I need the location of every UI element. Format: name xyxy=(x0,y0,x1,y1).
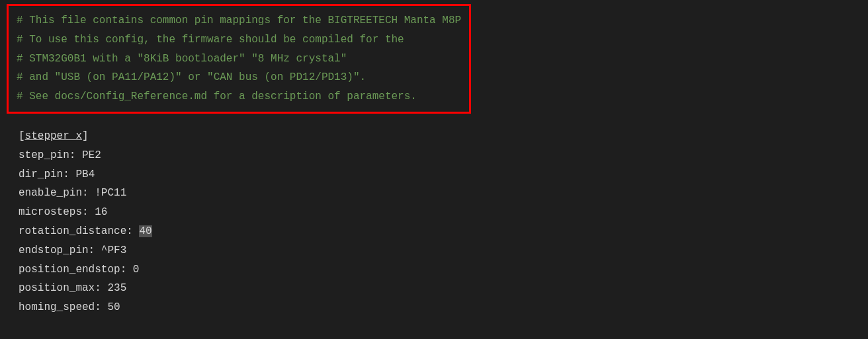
config-value: ^PF3 xyxy=(101,245,126,256)
config-key: rotation_distance: xyxy=(19,225,139,237)
highlighted-comment-block: # This file contains common pin mappings… xyxy=(7,4,471,114)
config-line: position_max: 235 xyxy=(19,279,868,298)
config-key: dir_pin: xyxy=(19,169,75,180)
config-key: homing_speed: xyxy=(19,301,107,313)
config-key: position_max: xyxy=(19,282,107,294)
config-line: step_pin: PE2 xyxy=(19,146,868,165)
config-value: 50 xyxy=(107,301,120,313)
config-value: PE2 xyxy=(82,149,101,161)
config-value-highlighted: 40 xyxy=(139,225,152,237)
bracket-close: ] xyxy=(82,130,89,142)
config-key: enable_pin: xyxy=(19,187,95,199)
config-line: dir_pin: PB4 xyxy=(19,165,868,184)
config-value: PB4 xyxy=(75,169,95,180)
config-line: microsteps: 16 xyxy=(19,203,868,222)
config-line: endstop_pin: ^PF3 xyxy=(19,241,868,260)
config-key: microsteps: xyxy=(19,206,95,218)
config-line: position_endstop: 0 xyxy=(19,260,868,280)
section-name: stepper_x xyxy=(25,130,82,142)
config-line: enable_pin: !PC11 xyxy=(19,184,868,203)
config-value: 235 xyxy=(107,282,126,294)
config-line: homing_speed: 50 xyxy=(19,298,868,317)
comment-line: # This file contains common pin mappings… xyxy=(17,11,461,30)
comment-line: # STM32G0B1 with a "8KiB bootloader" "8 … xyxy=(17,50,461,69)
code-editor[interactable]: # This file contains common pin mappings… xyxy=(0,0,868,317)
comment-line: # and "USB (on PA11/PA12)" or "CAN bus (… xyxy=(17,68,461,87)
config-key: step_pin: xyxy=(19,149,82,161)
comment-line: # To use this config, the firmware shoul… xyxy=(17,30,461,50)
config-value: 16 xyxy=(95,206,107,218)
bracket-open: [ xyxy=(19,130,25,142)
config-value: !PC11 xyxy=(95,187,126,199)
config-key: endstop_pin: xyxy=(19,245,101,256)
comment-line: # See docs/Config_Reference.md for a des… xyxy=(17,87,461,106)
config-key: position_endstop: xyxy=(19,264,133,276)
config-section: [stepper_x] step_pin: PE2 dir_pin: PB4 e… xyxy=(0,127,868,317)
section-header-line: [stepper_x] xyxy=(19,127,868,146)
config-line: rotation_distance: 40 xyxy=(19,222,868,241)
config-value: 0 xyxy=(133,264,140,276)
